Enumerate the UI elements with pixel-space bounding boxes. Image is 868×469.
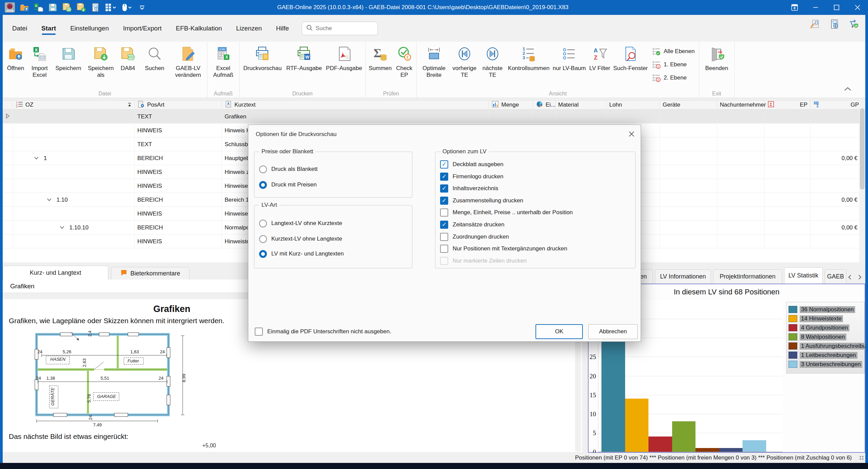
control-sums-button[interactable]: 123Kontrollsummen (506, 44, 551, 72)
tab-scroll-right-icon[interactable] (856, 273, 864, 282)
tab-lv-informationen[interactable]: LV Informationen (655, 269, 711, 284)
tree-collapse-icon[interactable] (47, 197, 52, 203)
resize-grip[interactable] (859, 455, 864, 460)
tab-kurz-und-langtext[interactable]: Kurz- und Langtext (3, 266, 108, 280)
tray-window-button[interactable] (784, 0, 805, 15)
level-2-button[interactable]: 22. Ebene (652, 73, 695, 82)
da84-button[interactable]: DA84 (117, 44, 139, 72)
open-button[interactable]: Öffnen (4, 44, 27, 72)
scrollbar-thumb[interactable] (860, 108, 865, 189)
column-header-posart[interactable]: PosArt (135, 100, 222, 109)
close-button[interactable] (847, 0, 868, 15)
column-header-nachunternehmer[interactable]: Nachunternehmer (717, 100, 764, 109)
minimize-button[interactable] (805, 0, 826, 15)
save-as-icon[interactable] (76, 3, 86, 12)
column-header-material[interactable]: Material (555, 100, 607, 109)
exit-button[interactable]: Beenden (701, 44, 733, 72)
menu-item-import-export[interactable]: Import/Export (118, 21, 166, 36)
checkbox-firmenlogo-drucken[interactable]: ✓Firmenlogo drucken (440, 172, 503, 181)
grid-menu-icon[interactable] (105, 3, 116, 12)
save-button[interactable]: Speichern (52, 44, 85, 72)
checkbox-nur-positionen-mit-textergänzungen[interactable]: Nur Positionen mit Textergänzungen druck… (440, 244, 567, 253)
pdf-output-button[interactable]: PDF-Ausgabe (324, 44, 364, 72)
optimal-width-button[interactable]: Optimale Breite (418, 44, 450, 79)
menu-item-efb-kalkulation[interactable]: EFB-Kalkulation (171, 21, 227, 36)
print-preview-button[interactable]: Druckvorschau (241, 44, 284, 72)
search-button[interactable]: Suchen (142, 44, 167, 72)
checkbox-zuordnungen-drucken[interactable]: Zuordnungen drucken (440, 232, 509, 241)
checkbox-zeitansätze-drucken[interactable]: ✓Zeitansätze drucken (440, 220, 504, 229)
button-label: Excel Aufmaß (209, 65, 238, 79)
column-header-ger-te[interactable]: Geräte (660, 100, 717, 109)
maximize-button[interactable] (826, 0, 847, 15)
tree-collapse-icon[interactable] (60, 224, 65, 231)
column-header-ei-[interactable]: Ei... (533, 100, 555, 109)
save-as-button[interactable]: Speichern als (85, 44, 117, 79)
import-excel-icon[interactable]: X (34, 3, 43, 12)
radio-langtext-lv[interactable]: Langtext-LV ohne Kurztexte (259, 219, 342, 228)
tab-projektinformationen[interactable]: Projektinformationen (713, 269, 782, 284)
rtf-output-button[interactable]: WRTF-Ausgabe (284, 44, 324, 72)
tab-label: GAEB (827, 273, 844, 280)
open-file-icon[interactable] (20, 3, 29, 12)
da84-money-icon[interactable] (62, 3, 72, 12)
checkbox-pdf-unterschriften[interactable]: Einmalig die PDF Unterschriften nicht au… (255, 327, 391, 336)
mouse-settings-icon[interactable] (121, 3, 133, 12)
tab-lv-statistik[interactable]: LV Statistik (784, 267, 823, 284)
tab-gaeb[interactable]: GAEB (825, 269, 846, 284)
search-input[interactable] (316, 25, 366, 32)
shop-cart-icon[interactable] (849, 19, 859, 30)
previous-te-button[interactable]: vorherige TE (450, 44, 479, 79)
handbook-icon[interactable] (829, 19, 840, 30)
tree-collapse-icon[interactable] (34, 155, 39, 162)
radio-druck-mit-preisen[interactable]: Druck mit Preisen (259, 180, 317, 189)
all-levels-button[interactable]: Alle Ebenen (652, 47, 695, 56)
customize-toolbar-icon[interactable] (137, 3, 147, 12)
menu-item-start[interactable]: Start (37, 21, 61, 36)
print-book-icon[interactable] (91, 3, 100, 12)
save-icon[interactable] (48, 3, 58, 12)
radio-druck-als-blankett[interactable]: Druck als Blankett (259, 165, 318, 174)
level-1-button[interactable]: 11. Ebene (652, 60, 695, 69)
column-header-kurztext[interactable]: AKurztext (222, 100, 489, 109)
menu-item-hilfe[interactable]: Hilfe (271, 21, 294, 36)
ribbon-collapse-icon[interactable] (844, 86, 852, 93)
sums-button[interactable]: ΣSummen (367, 44, 393, 72)
radio-lv-kurz-und-langtexte[interactable]: LV mit Kurz- und Langtexten (259, 249, 344, 258)
ok-button[interactable]: OK (535, 324, 583, 339)
table-cell: HINWEIS (135, 124, 222, 137)
checkbox-inhaltsverzeichnis[interactable]: ✓Inhaltsverzeichnis (440, 184, 498, 193)
news-icon[interactable] (810, 19, 820, 30)
next-te-button[interactable]: nächste TE (479, 44, 506, 79)
column-header-gp[interactable]: ΣGP (810, 100, 862, 109)
lv-filter-button[interactable]: AZLV Filter (587, 44, 612, 72)
column-header-menge[interactable]: Menge (489, 100, 533, 109)
checkbox-zusammenstellung-drucken[interactable]: ✓Zusammenstellung drucken (440, 196, 523, 205)
checkbox-deckblatt-ausgeben[interactable]: ✓Deckblatt ausgeben (440, 160, 503, 169)
tab-bieterkommentare[interactable]: Bieterkommentare (111, 267, 189, 280)
radio-label: Druck mit Preisen (271, 181, 317, 188)
check-ep-button[interactable]: €Check EP (393, 44, 415, 79)
radio-kurztext-lv[interactable]: Kurztext-LV ohne Langtexte (259, 234, 342, 243)
dialog-close-icon[interactable] (626, 129, 637, 139)
gaeb-lv-edit-button[interactable]: GAEB-LV verändern (170, 44, 206, 79)
column-header-selector[interactable] (3, 100, 13, 109)
column-header-ep[interactable]: ΣEP (764, 100, 810, 109)
tab-scroll-left-icon[interactable] (846, 273, 854, 282)
table-row[interactable]: TEXTGrafiken (3, 110, 859, 124)
lv-tree-button[interactable]: nur LV-Baum (551, 44, 587, 72)
checkbox-menge-einheit-preise-unterhalb-der[interactable]: Menge, Einheit, Preise .. unterhalb der … (440, 208, 573, 217)
search-box[interactable] (302, 22, 378, 35)
menu-item-datei[interactable]: Datei (7, 21, 32, 36)
legend-item: 3 Unterbeschreibungen (789, 360, 862, 369)
content-subtitle: Grafiken, wie Lagepläne oder Skizzen kön… (9, 317, 224, 325)
column-header-lohn[interactable]: Lohn (607, 100, 660, 109)
excel-aufmass-button[interactable]: 0.00XExcel Aufmaß (209, 44, 238, 79)
menu-item-einstellungen[interactable]: Einstellungen (66, 21, 114, 36)
table-scrollbar[interactable] (859, 100, 865, 262)
cancel-button[interactable]: Abbrechen (588, 324, 638, 339)
menu-item-lizenzen[interactable]: Lizenzen (231, 21, 267, 36)
search-window-button[interactable]: Such-Fenster (612, 44, 649, 72)
column-header-oz[interactable]: 123OZ (13, 100, 135, 109)
import-excel-button[interactable]: XImport Excel (27, 44, 52, 79)
